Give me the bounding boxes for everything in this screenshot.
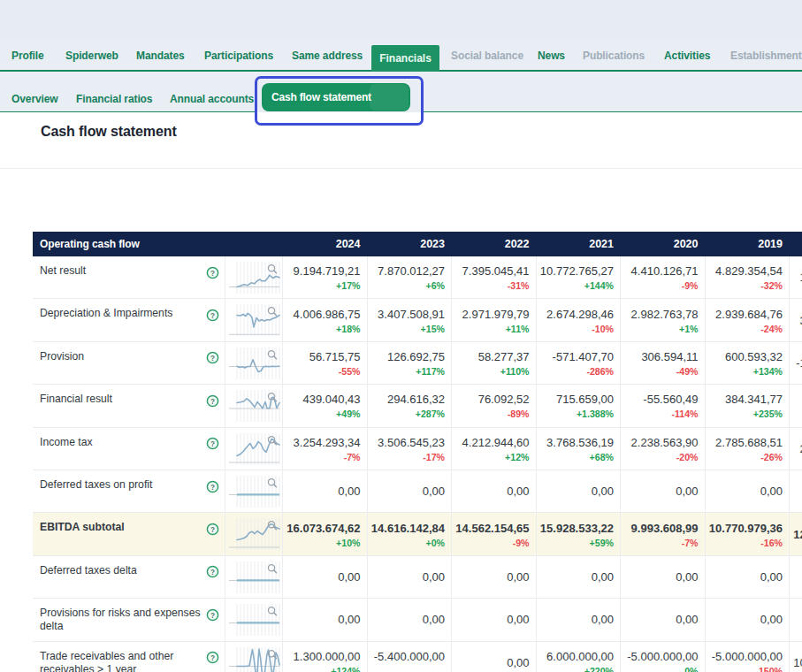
svg-text:?: ? [210, 569, 215, 577]
svg-text:?: ? [210, 525, 215, 533]
svg-text:?: ? [210, 355, 215, 363]
svg-text:?: ? [210, 397, 215, 405]
svg-text:?: ? [210, 483, 215, 491]
svg-text:?: ? [210, 611, 215, 619]
svg-text:?: ? [210, 269, 215, 277]
svg-text:?: ? [210, 654, 215, 662]
svg-text:?: ? [210, 311, 215, 319]
svg-text:?: ? [210, 440, 215, 448]
